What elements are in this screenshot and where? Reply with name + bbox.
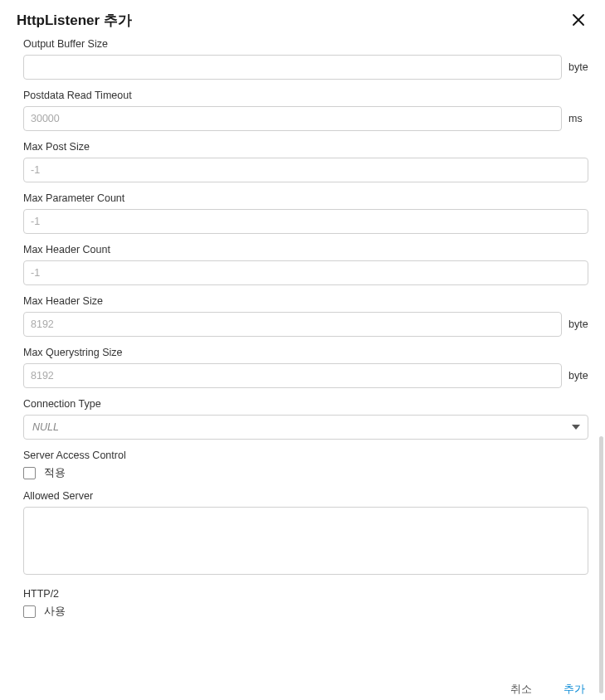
field-max-header-size: Max Header Size byte xyxy=(23,295,588,337)
field-label: Allowed Server xyxy=(23,490,588,502)
field-label: HTTP/2 xyxy=(23,588,588,600)
field-output-buffer-size: Output Buffer Size byte xyxy=(23,38,588,80)
input-row: NULL xyxy=(23,415,588,440)
input-row: ms xyxy=(23,106,588,131)
max-header-count-input[interactable] xyxy=(23,260,588,285)
field-label: Output Buffer Size xyxy=(23,38,588,50)
field-label: Server Access Control xyxy=(23,450,588,461)
max-querystring-size-input[interactable] xyxy=(23,363,562,388)
field-server-access-control: Server Access Control 적용 xyxy=(23,450,588,480)
field-label: Connection Type xyxy=(23,398,588,410)
field-label: Max Header Count xyxy=(23,244,588,255)
select-value: NULL xyxy=(32,421,59,433)
checkbox-row: 사용 xyxy=(23,605,588,619)
dialog-header: HttpListener 추가 xyxy=(0,0,605,38)
field-label: Postdata Read Timeout xyxy=(23,90,588,101)
scrollbar-track[interactable] xyxy=(598,38,603,628)
field-max-post-size: Max Post Size xyxy=(23,141,588,182)
close-button[interactable] xyxy=(568,10,588,30)
max-parameter-count-input[interactable] xyxy=(23,209,588,234)
submit-button[interactable]: 추가 xyxy=(560,681,588,698)
http-listener-dialog: HttpListener 추가 Output Buffer Size byte … xyxy=(0,0,605,700)
max-post-size-input[interactable] xyxy=(23,158,588,182)
output-buffer-size-input[interactable] xyxy=(23,55,562,80)
connection-type-select[interactable]: NULL xyxy=(23,415,588,440)
field-max-header-count: Max Header Count xyxy=(23,244,588,285)
field-connection-type: Connection Type NULL xyxy=(23,398,588,440)
unit-label: byte xyxy=(568,370,588,382)
checkbox-label: 사용 xyxy=(44,605,66,619)
close-icon xyxy=(572,17,585,29)
server-access-control-checkbox[interactable] xyxy=(23,467,36,479)
unit-label: byte xyxy=(568,318,588,330)
allowed-server-textarea[interactable] xyxy=(23,507,588,575)
input-row: byte xyxy=(23,363,588,388)
scrollbar-thumb[interactable] xyxy=(599,436,603,693)
unit-label: byte xyxy=(568,61,588,73)
checkbox-row: 적용 xyxy=(23,466,588,480)
field-label: Max Parameter Count xyxy=(23,192,588,204)
field-allowed-server: Allowed Server xyxy=(23,490,588,578)
field-label: Max Post Size xyxy=(23,141,588,153)
field-http2: HTTP/2 사용 xyxy=(23,588,588,619)
dialog-footer: 취소 추가 xyxy=(0,666,605,700)
input-row xyxy=(23,158,588,182)
input-row: byte xyxy=(23,312,588,337)
dialog-content: Output Buffer Size byte Postdata Read Ti… xyxy=(0,38,605,666)
field-label: Max Querystring Size xyxy=(23,347,588,358)
field-max-querystring-size: Max Querystring Size byte xyxy=(23,347,588,388)
field-postdata-read-timeout: Postdata Read Timeout ms xyxy=(23,90,588,131)
input-row xyxy=(23,209,588,234)
max-header-size-input[interactable] xyxy=(23,312,562,337)
postdata-read-timeout-input[interactable] xyxy=(23,106,562,131)
input-row: byte xyxy=(23,55,588,80)
connection-type-select-wrap: NULL xyxy=(23,415,588,440)
field-label: Max Header Size xyxy=(23,295,588,307)
field-max-parameter-count: Max Parameter Count xyxy=(23,192,588,234)
scroll-container: Output Buffer Size byte Postdata Read Ti… xyxy=(0,38,605,666)
checkbox-label: 적용 xyxy=(44,466,66,480)
input-row xyxy=(23,260,588,285)
unit-label: ms xyxy=(568,113,588,124)
http2-checkbox[interactable] xyxy=(23,605,36,618)
dialog-title: HttpListener 추가 xyxy=(17,11,132,30)
cancel-button[interactable]: 취소 xyxy=(507,681,535,698)
